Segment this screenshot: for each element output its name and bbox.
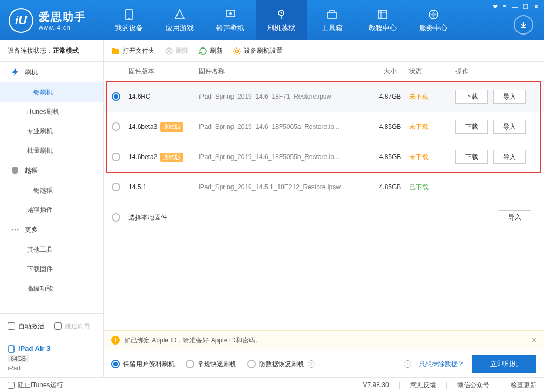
flash-mode-option[interactable]: 保留用户资料刷机 [111, 360, 175, 369]
nav-item-5[interactable]: 教程中心 [357, 0, 408, 40]
import-button[interactable]: 导入 [493, 150, 526, 164]
sidebar-item[interactable]: 批量刷机 [0, 141, 103, 160]
gift-icon[interactable]: ❤ [493, 3, 498, 10]
sidebar-group-shield[interactable]: 越狱 [0, 160, 103, 181]
col-ops: 操作 [452, 67, 544, 76]
logo-icon: iU [9, 8, 33, 33]
nav-item-6[interactable]: 服务中心 [408, 0, 459, 40]
sidebar-item[interactable]: 越狱插件 [0, 200, 103, 219]
header: iU 爱思助手 www.i4.cn 我的设备应用游戏铃声壁纸刷机越狱工具箱教程中… [0, 0, 544, 40]
col-size: 大小 [371, 67, 409, 76]
footer: 阻止iTunes运行 V7.98.30 | 意见反馈 | 微信公众号 | 检查更… [0, 377, 544, 392]
notice-bar: ! 如已绑定 Apple ID，请准备好 Apple ID和密码。 × [104, 330, 544, 350]
auto-activate-checkbox[interactable] [8, 322, 15, 330]
download-button[interactable]: 下载 [455, 90, 488, 104]
flash-now-button[interactable]: 立即刷机 [472, 355, 536, 373]
col-version: 固件版本 [128, 67, 199, 76]
status-value: 正常模式 [53, 46, 79, 56]
sidebar-group-flash[interactable]: 刷机 [0, 62, 103, 82]
info-icon[interactable]: ! [404, 360, 411, 368]
wechat-link[interactable]: 微信公众号 [457, 381, 489, 390]
feedback-link[interactable]: 意见反馈 [410, 381, 436, 390]
import-button[interactable]: 导入 [493, 120, 526, 134]
logo: iU 爱思助手 www.i4.cn [0, 8, 104, 33]
top-nav: 我的设备应用游戏铃声壁纸刷机越狱工具箱教程中心服务中心 [104, 0, 544, 40]
open-folder-button[interactable]: 打开文件夹 [111, 46, 155, 56]
device-info: iPad Air 3 64GB iPad [0, 339, 103, 377]
table-row[interactable]: 14.6beta3测试版 iPad_Spring_2019_14.6_18F50… [104, 112, 544, 142]
mode-radio[interactable] [247, 360, 256, 368]
download-button[interactable]: 下载 [455, 150, 488, 164]
window-controls: ❤ ≡ — ☐ ✕ [493, 3, 539, 10]
svg-rect-12 [9, 346, 14, 352]
table-row[interactable]: 14.6RC iPad_Spring_2019_14.6_18F71_Resto… [104, 81, 544, 112]
col-name: 固件名称 [199, 67, 371, 76]
sidebar-group-more[interactable]: 更多 [0, 219, 103, 240]
block-itunes-checkbox[interactable] [8, 382, 15, 389]
row-radio[interactable] [112, 213, 120, 222]
menu-icon[interactable]: ≡ [503, 3, 506, 10]
svg-point-10 [15, 229, 16, 231]
sidebar-item[interactable]: 其他工具 [0, 240, 103, 259]
sidebar-item[interactable]: 一键刷机 [0, 82, 103, 102]
nav-item-2[interactable]: 铃声壁纸 [205, 0, 256, 40]
toolbar: 打开文件夹 删除 刷新 设备刷机设置 [104, 40, 544, 62]
table-row[interactable]: 选择本地固件 导入 [104, 202, 544, 232]
firmware-table: 固件版本 固件名称 大小 状态 操作 14.6RC iPad_Spring_20… [104, 62, 544, 330]
device-name[interactable]: iPad Air 3 [8, 345, 96, 353]
minimize-icon[interactable]: — [512, 3, 518, 10]
sidebar-item[interactable]: 高级功能 [0, 279, 103, 298]
device-storage: 64GB [8, 355, 29, 362]
app-title: 爱思助手 [39, 10, 86, 24]
erase-data-link[interactable]: 只想抹除数据？ [419, 360, 464, 369]
flash-mode-option[interactable]: 防数据恢复刷机? [247, 360, 315, 369]
mode-radio[interactable] [186, 360, 194, 368]
maximize-icon[interactable]: ☐ [523, 3, 528, 10]
import-button[interactable]: 导入 [499, 210, 531, 224]
svg-point-1 [128, 18, 130, 19]
import-button[interactable]: 导入 [493, 90, 526, 104]
table-row[interactable]: 14.5.1 iPad_Spring_2019_14.5.1_18E212_Re… [104, 172, 544, 202]
sidebar-item[interactable]: 一键越狱 [0, 181, 103, 200]
sidebar-item[interactable]: 专业刷机 [0, 121, 103, 141]
mode-radio[interactable] [111, 360, 120, 368]
close-icon[interactable]: ✕ [534, 3, 539, 10]
device-type: iPad [8, 365, 96, 372]
flash-mode-option[interactable]: 常规快速刷机 [186, 360, 236, 369]
refresh-button[interactable]: 刷新 [199, 46, 223, 56]
app-url: www.i4.cn [39, 24, 86, 31]
row-radio[interactable] [112, 183, 120, 191]
row-radio[interactable] [112, 92, 120, 101]
notice-text: 如已绑定 Apple ID，请准备好 Apple ID和密码。 [124, 336, 262, 345]
row-radio[interactable] [112, 153, 120, 161]
svg-point-11 [17, 229, 19, 231]
sidebar-item[interactable]: iTunes刷机 [0, 102, 103, 121]
skip-guide-label: 跳过向导 [65, 322, 91, 331]
help-icon[interactable]: ? [308, 360, 315, 368]
main-panel: 打开文件夹 删除 刷新 设备刷机设置 固件版本 固件名称 大小 状态 [104, 40, 544, 377]
action-bar: 保留用户资料刷机常规快速刷机防数据恢复刷机? ! 只想抹除数据？ 立即刷机 [104, 350, 544, 377]
sidebar: 设备连接状态： 正常模式 刷机一键刷机iTunes刷机专业刷机批量刷机越狱一键越… [0, 40, 104, 377]
settings-button[interactable]: 设备刷机设置 [233, 46, 283, 56]
col-status: 状态 [409, 67, 452, 76]
row-radio[interactable] [112, 122, 120, 131]
skip-guide-checkbox[interactable] [54, 322, 62, 330]
check-update-link[interactable]: 检查更新 [511, 381, 536, 390]
nav-item-4[interactable]: 工具箱 [307, 0, 357, 40]
download-button[interactable]: 下载 [455, 120, 488, 134]
svg-point-9 [12, 229, 13, 231]
nav-item-1[interactable]: 应用游戏 [154, 0, 205, 40]
svg-rect-14 [112, 48, 115, 50]
status-label: 设备连接状态： [8, 46, 53, 56]
svg-rect-7 [378, 10, 387, 19]
sidebar-item[interactable]: 下载固件 [0, 259, 103, 279]
table-row[interactable]: 14.6beta2测试版 iPad_Spring_2019_14.6_18F50… [104, 142, 544, 172]
delete-button[interactable]: 删除 [165, 46, 189, 56]
svg-rect-6 [328, 12, 336, 18]
nav-item-3[interactable]: 刷机越狱 [256, 0, 307, 40]
download-circle-icon[interactable] [514, 15, 533, 35]
close-notice-button[interactable]: × [532, 335, 536, 345]
svg-point-3 [229, 12, 232, 15]
nav-item-0[interactable]: 我的设备 [104, 0, 154, 40]
svg-point-16 [236, 50, 239, 52]
